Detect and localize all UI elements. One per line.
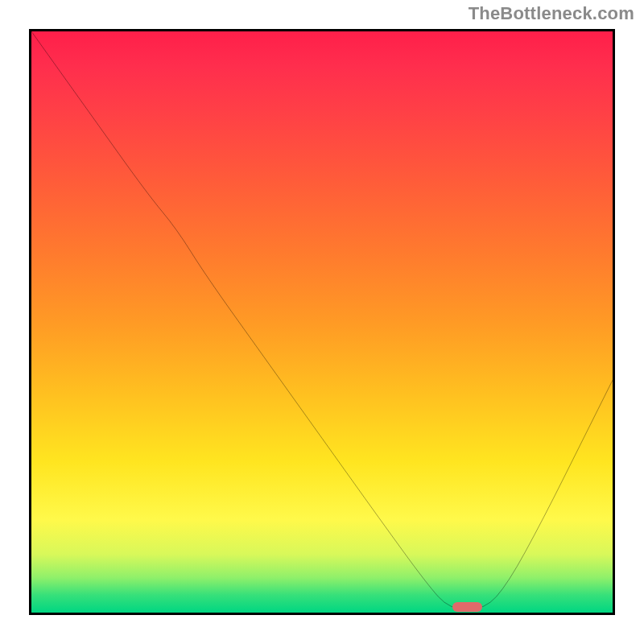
optimum-marker [452,602,481,612]
chart-frame [29,29,615,615]
watermark-label: TheBottleneck.com [469,3,634,24]
bottleneck-curve [31,31,613,613]
